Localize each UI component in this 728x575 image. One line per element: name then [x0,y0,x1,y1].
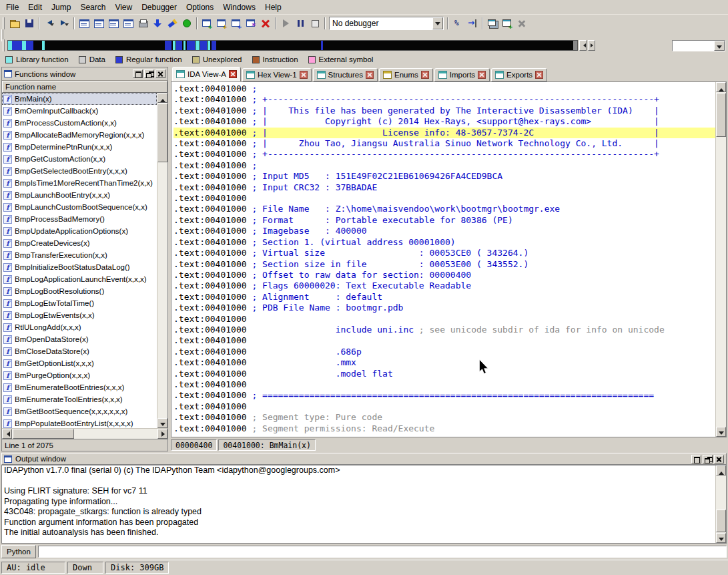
function-row[interactable]: BmpDeterminePtnRun(x,x,x) [2,141,157,153]
toolbar-button[interactable] [165,16,179,31]
toolbar-button[interactable] [514,16,529,31]
function-row[interactable]: BmpProcessBadMemory() [2,213,157,225]
python-tab[interactable]: Python [1,545,36,558]
disasm-line[interactable]: .text:00401000 [173,401,715,412]
disasm-line[interactable]: .text:00401000 ; Imagebase : 400000 [173,226,715,236]
function-row[interactable]: BmpGetCustomAction(x,x) [2,153,157,165]
float-icon[interactable] [703,455,713,463]
function-row[interactable]: BmProcessCustomAction(x,x) [2,117,157,129]
disasm-line[interactable]: .text:00401000 ; Alignment : default [173,292,715,303]
tab-close-icon[interactable] [421,71,429,79]
scroll-up-icon[interactable] [716,82,726,92]
toolbar-button[interactable] [179,16,194,31]
quick-search-combo[interactable] [672,40,725,51]
close-icon[interactable] [155,69,165,78]
disasm-line[interactable]: .text:00401000 ; Format : Portable execu… [173,215,715,226]
toolbar-button[interactable] [106,16,121,31]
toolbar-button[interactable] [200,16,214,31]
toolbar-button[interactable] [308,16,322,31]
cli-input[interactable] [38,546,727,558]
disassembly-view[interactable]: .text:00401000 ;.text:00401000 ; +------… [171,82,715,437]
toolbar-button[interactable] [258,16,273,31]
disasm-line[interactable]: .text:00401000 ; PDB File Name : bootmgr… [173,303,715,313]
toolbar-button[interactable] [278,16,293,31]
toolbar-button[interactable] [244,16,258,31]
function-row[interactable]: BmpInitializeBootStatusDataLog() [2,261,157,273]
disasm-line[interactable]: .text:00401000 [173,314,715,325]
menu-item-file[interactable]: File [1,1,23,14]
function-row[interactable]: BmPurgeOption(x,x,x) [2,369,157,381]
scroll-thumb[interactable] [716,510,726,532]
menu-item-debugger[interactable]: Debugger [137,1,181,14]
band-scroll-left-icon[interactable] [579,40,587,51]
tab-exports[interactable]: Exports [491,68,547,81]
menu-item-jump[interactable]: Jump [47,1,75,14]
disasm-line[interactable]: .text:00401000 ; | License info: 48-3057… [173,128,715,138]
disasm-line[interactable]: .text:00401000 ; | This file has been ge… [173,106,715,116]
disasm-line[interactable]: .text:00401000 [173,335,715,346]
nav-band[interactable] [7,40,578,51]
disasm-line[interactable]: .text:00401000 ; Input MD5 : 151E49F02C2… [173,171,715,182]
tab-close-icon[interactable] [478,71,486,79]
tab-close-icon[interactable] [366,71,374,79]
disasm-line[interactable]: .text:00401000 ; Section size in file : … [173,259,715,270]
function-row[interactable]: BmpLaunchBootEntry(x,x,x) [2,189,157,201]
scroll-down-icon[interactable] [716,427,726,437]
menu-item-help[interactable]: Help [260,1,286,14]
maximize-icon[interactable] [691,455,701,463]
function-row[interactable]: BmpCreateDevices(x) [2,237,157,249]
disasm-line[interactable]: .text:00401000 ; Segment permissions: Re… [173,423,715,434]
function-row[interactable]: BmOemInputCallback(x) [2,105,157,117]
toolbar-button[interactable] [42,16,57,31]
float-icon[interactable] [144,69,154,78]
disasm-line[interactable]: .text:00401000 ; Flags 60000020: Text Ex… [173,280,715,291]
toolbar-button[interactable] [135,16,150,31]
scroll-thumb[interactable] [157,104,167,162]
tab-close-icon[interactable] [300,71,308,79]
tab-close-icon[interactable] [535,71,543,79]
functions-hscroll[interactable] [2,428,167,439]
function-row[interactable]: BmGetBootSequence(x,x,x,x,x,x) [2,405,157,417]
tab-imports[interactable]: Imports [434,68,490,81]
tab-enums[interactable]: Enums [379,68,433,81]
band-scroll-right-icon[interactable] [588,40,595,51]
chevron-down-icon[interactable] [714,41,725,51]
functions-vscroll[interactable] [157,93,167,428]
scroll-right-icon[interactable] [157,429,167,439]
disasm-line[interactable]: .text:00401000 ; Virtual size : 00053CE0… [173,248,715,258]
disasm-line[interactable]: .text:00401000 include uni.inc ; see uni… [173,325,715,335]
function-row[interactable]: BmEnumerateToolEntries(x,x,x) [2,393,157,405]
disasm-line[interactable]: .text:00401000 ; Input CRC32 : 37BBADAE [173,182,715,193]
disasm-line[interactable]: .text:00401000 ; =======================… [173,390,715,401]
tab-close-icon[interactable] [229,70,237,78]
disasm-line[interactable]: .text:00401000 ; Segment type: Pure code [173,412,715,423]
output-vscroll[interactable] [715,465,726,543]
functions-column-header[interactable]: Function name [2,81,167,93]
disasm-line[interactable]: .text:00401000 [173,193,715,204]
function-row[interactable]: BmCloseDataStore(x) [2,345,157,357]
disasm-line[interactable]: .text:00401000 ; +----------------------… [173,149,715,160]
function-row[interactable]: BmEnumerateBootEntries(x,x,x) [2,381,157,393]
toolbar-button[interactable] [450,16,465,31]
scroll-track[interactable] [157,103,167,418]
menu-item-windows[interactable]: Windows [218,1,260,14]
function-row[interactable]: BmpPopulateBootEntryList(x,x,x,x) [2,417,157,428]
function-row[interactable]: BmpUpdateApplicationOptions(x) [2,225,157,237]
menu-item-search[interactable]: Search [75,1,110,14]
tab-ida-view-a[interactable]: IDA View-A [172,67,241,81]
function-row[interactable]: BmpTransferExecution(x,x) [2,249,157,261]
functions-window-titlebar[interactable]: Functions window [2,67,167,81]
scroll-up-icon[interactable] [157,93,167,103]
toolbar-button[interactable] [7,16,22,31]
function-row[interactable]: BmpLogEtwTotalTime() [2,297,157,309]
function-row[interactable]: RtlULongAdd(x,x,x) [2,321,157,333]
function-row[interactable]: BmpLogApplicationLaunchEvent(x,x,x) [2,273,157,285]
toolbar-button[interactable] [500,16,514,31]
menu-item-options[interactable]: Options [181,1,218,14]
maximize-icon[interactable] [133,69,143,78]
function-row[interactable]: BmpAllocateBadMemoryRegion(x,x,x) [2,129,157,141]
scroll-track-h[interactable] [12,429,157,439]
function-row[interactable]: BmMain(x) [2,93,157,105]
toolbar-button[interactable] [465,16,480,31]
disasm-line[interactable]: .text:00401000 .686p [173,347,715,357]
